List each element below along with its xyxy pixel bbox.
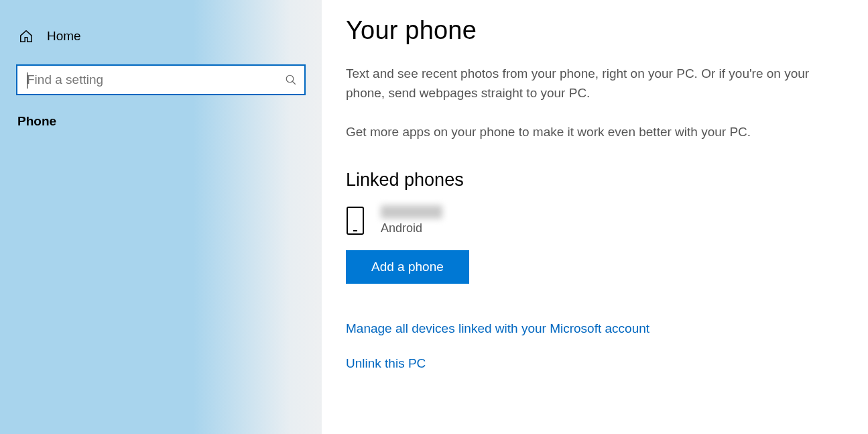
home-icon <box>19 29 34 44</box>
linked-phones-heading: Linked phones <box>346 170 844 191</box>
main-content: Your phone Text and see recent photos fr… <box>322 0 868 434</box>
page-title: Your phone <box>346 16 844 45</box>
page-description: Text and see recent photos from your pho… <box>346 64 828 142</box>
phone-name-redacted <box>381 205 442 219</box>
search-box[interactable] <box>16 64 306 95</box>
phone-type-label: Android <box>381 221 442 235</box>
phone-details: Android <box>381 205 442 235</box>
description-paragraph-1: Text and see recent photos from your pho… <box>346 64 828 103</box>
phone-icon <box>346 206 365 235</box>
unlink-pc-link[interactable]: Unlink this PC <box>346 356 844 371</box>
home-label: Home <box>47 29 81 44</box>
search-container <box>0 64 322 95</box>
category-label: Phone <box>0 114 322 129</box>
home-nav-item[interactable]: Home <box>0 24 322 48</box>
svg-line-1 <box>292 81 296 85</box>
linked-phone-item[interactable]: Android <box>346 205 844 235</box>
svg-point-0 <box>286 75 294 83</box>
text-caret <box>27 72 27 89</box>
settings-sidebar: Home Phone <box>0 0 322 434</box>
search-icon[interactable] <box>277 74 304 86</box>
description-paragraph-2: Get more apps on your phone to make it w… <box>346 122 828 142</box>
add-phone-button[interactable]: Add a phone <box>346 250 469 284</box>
search-input[interactable] <box>17 66 277 94</box>
manage-devices-link[interactable]: Manage all devices linked with your Micr… <box>346 321 844 336</box>
